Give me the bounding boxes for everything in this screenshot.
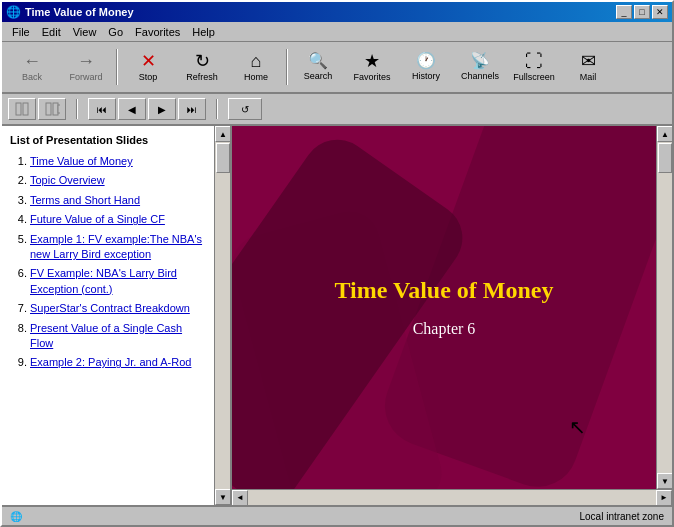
- pres-inner: Time Value of Money Chapter 6 ↖ ▲ ▼: [232, 126, 672, 489]
- slide-link-9[interactable]: Example 2: Paying Jr. and A-Rod: [30, 356, 191, 368]
- window-icon: 🌐: [6, 5, 21, 19]
- refresh-icon: ↻: [195, 52, 210, 70]
- stop-icon: ✕: [141, 52, 156, 70]
- back-button[interactable]: ← Back: [6, 45, 58, 89]
- status-bar: 🌐 Local intranet zone: [2, 505, 672, 525]
- slide-list-panel: List of Presentation Slides Time Value o…: [2, 126, 232, 505]
- pres-toolbar-sep: [76, 99, 78, 119]
- nav-next-button[interactable]: ▶: [148, 98, 176, 120]
- history-icon: 🕐: [416, 53, 436, 69]
- list-item: Example 2: Paying Jr. and A-Rod: [30, 355, 206, 370]
- slide-title: Time Value of Money: [335, 277, 554, 304]
- main-content: List of Presentation Slides Time Value o…: [2, 126, 672, 505]
- slide-panel: Time Value of Money Chapter 6 ↖: [232, 126, 656, 489]
- forward-label: Forward: [69, 72, 102, 82]
- page-icon-btn-1[interactable]: [8, 98, 36, 120]
- page-icon-btn-2[interactable]: [38, 98, 66, 120]
- window-title: Time Value of Money: [25, 6, 134, 18]
- slide-link-1[interactable]: Time Value of Money: [30, 155, 133, 167]
- slide-link-4[interactable]: Future Value of a Single CF: [30, 213, 165, 225]
- fullscreen-label: Fullscreen: [513, 72, 555, 82]
- slide-list: Time Value of Money Topic Overview Terms…: [10, 154, 206, 371]
- h-scroll-right[interactable]: ►: [656, 490, 672, 506]
- back-icon: ←: [23, 52, 41, 70]
- search-button[interactable]: 🔍 Search: [292, 45, 344, 89]
- refresh-button[interactable]: ↻ Refresh: [176, 45, 228, 89]
- favorites-label: Favorites: [353, 72, 390, 82]
- scroll-down-arrow[interactable]: ▼: [215, 489, 230, 505]
- right-scroll-thumb[interactable]: [658, 143, 672, 173]
- right-scroll-down[interactable]: ▼: [657, 473, 672, 489]
- pres-container: Time Value of Money Chapter 6 ↖ ▲ ▼: [232, 126, 672, 505]
- svg-rect-0: [16, 103, 21, 115]
- channels-icon: 📡: [470, 53, 490, 69]
- channels-button[interactable]: 📡 Channels: [454, 45, 506, 89]
- slide-list-scroll[interactable]: List of Presentation Slides Time Value o…: [2, 126, 214, 505]
- scroll-thumb[interactable]: [216, 143, 230, 173]
- list-item: SuperStar's Contract Breakdown: [30, 301, 206, 316]
- menu-file[interactable]: File: [6, 24, 36, 40]
- menu-help[interactable]: Help: [186, 24, 221, 40]
- title-bar: 🌐 Time Value of Money _ □ ✕: [2, 2, 672, 22]
- page-icon-2: [44, 101, 60, 117]
- slide-link-7[interactable]: SuperStar's Contract Breakdown: [30, 302, 190, 314]
- slide-link-2[interactable]: Topic Overview: [30, 174, 105, 186]
- stop-button[interactable]: ✕ Stop: [122, 45, 174, 89]
- menu-go[interactable]: Go: [102, 24, 129, 40]
- mouse-cursor: ↖: [569, 415, 586, 439]
- favorites-button[interactable]: ★ Favorites: [346, 45, 398, 89]
- nav-refresh-button[interactable]: ↺: [228, 98, 262, 120]
- favorites-icon: ★: [364, 52, 380, 70]
- refresh-label: Refresh: [186, 72, 218, 82]
- search-icon: 🔍: [308, 53, 328, 69]
- slide-link-5[interactable]: Example 1: FV example:The NBA's new Larr…: [30, 233, 202, 260]
- list-item: Terms and Short Hand: [30, 193, 206, 208]
- scroll-up-arrow[interactable]: ▲: [215, 126, 230, 142]
- page-controls-left: [8, 98, 66, 120]
- mail-icon: ✉: [581, 52, 596, 70]
- title-bar-left: 🌐 Time Value of Money: [6, 5, 134, 19]
- status-zone: Local intranet zone: [579, 511, 664, 522]
- fullscreen-button[interactable]: ⛶ Fullscreen: [508, 45, 560, 89]
- svg-rect-4: [58, 105, 60, 113]
- minimize-button[interactable]: _: [616, 5, 632, 19]
- menu-view[interactable]: View: [67, 24, 103, 40]
- list-item: FV Example: NBA's Larry Bird Exception (…: [30, 266, 206, 297]
- home-button[interactable]: ⌂ Home: [230, 45, 282, 89]
- svg-rect-1: [23, 103, 28, 115]
- stop-label: Stop: [139, 72, 158, 82]
- mail-button[interactable]: ✉ Mail: [562, 45, 614, 89]
- nav-prev-button[interactable]: ◀: [118, 98, 146, 120]
- forward-button[interactable]: → Forward: [60, 45, 112, 89]
- history-button[interactable]: 🕐 History: [400, 45, 452, 89]
- slide-subtitle: Chapter 6: [335, 320, 554, 338]
- menu-edit[interactable]: Edit: [36, 24, 67, 40]
- slide-list-scrollbar: ▲ ▼: [214, 126, 230, 505]
- menu-favorites[interactable]: Favorites: [129, 24, 186, 40]
- right-scroll-up[interactable]: ▲: [657, 126, 672, 142]
- list-item: Time Value of Money: [30, 154, 206, 169]
- nav-arrow-controls: ⏮ ◀ ▶ ⏭: [88, 98, 206, 120]
- menu-bar: File Edit View Go Favorites Help: [2, 22, 672, 42]
- slide-list-title: List of Presentation Slides: [10, 134, 206, 146]
- history-label: History: [412, 71, 440, 81]
- title-bar-controls: _ □ ✕: [616, 5, 668, 19]
- back-label: Back: [22, 72, 42, 82]
- slide-link-6[interactable]: FV Example: NBA's Larry Bird Exception (…: [30, 267, 177, 294]
- slide-link-8[interactable]: Present Value of a Single Cash Flow: [30, 322, 182, 349]
- close-button[interactable]: ✕: [652, 5, 668, 19]
- maximize-button[interactable]: □: [634, 5, 650, 19]
- list-item: Future Value of a Single CF: [30, 212, 206, 227]
- list-item: Topic Overview: [30, 173, 206, 188]
- nav-first-button[interactable]: ⏮: [88, 98, 116, 120]
- h-scroll-track: [248, 490, 656, 505]
- mail-label: Mail: [580, 72, 597, 82]
- home-icon: ⌂: [251, 52, 262, 70]
- status-left: 🌐: [10, 511, 22, 522]
- pres-toolbar-sep-2: [216, 99, 218, 119]
- nav-last-button[interactable]: ⏭: [178, 98, 206, 120]
- h-scroll-left[interactable]: ◄: [232, 490, 248, 506]
- slide-link-3[interactable]: Terms and Short Hand: [30, 194, 140, 206]
- search-label: Search: [304, 71, 333, 81]
- svg-rect-3: [53, 103, 58, 115]
